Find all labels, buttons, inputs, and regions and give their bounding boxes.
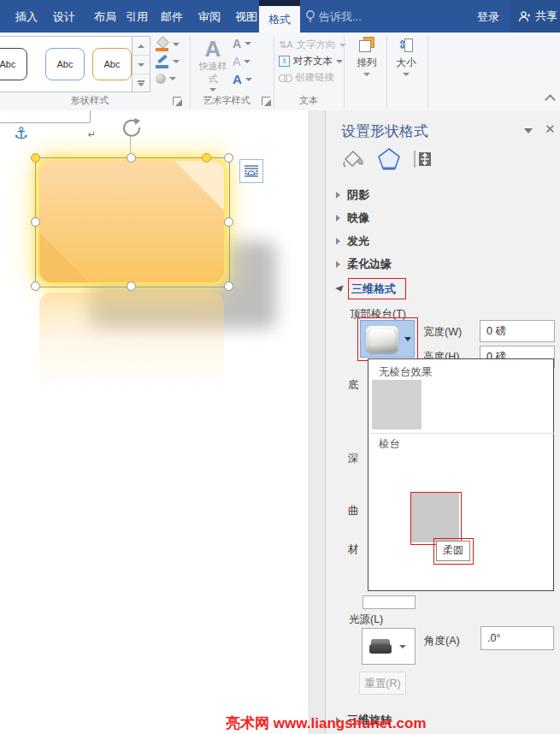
align-text-button[interactable]: ⇕ 对齐文本: [279, 54, 343, 68]
dropdown-arrow-icon: [244, 60, 251, 63]
width-input[interactable]: [480, 320, 555, 342]
text-fill-button[interactable]: A: [233, 34, 252, 52]
adjust-handle[interactable]: [202, 153, 211, 163]
chevron-right-icon: [336, 238, 340, 245]
angle-input[interactable]: [480, 626, 554, 650]
ribbon-tab-bar: 插入 设计 布局 引用 邮件 审阅 视图 格式 告诉我... 登录 共享: [0, 0, 560, 33]
size-button[interactable]: ⇕ 大小: [390, 36, 422, 76]
section-3d-format[interactable]: 三维格式: [336, 280, 396, 299]
bevel-preview-thumb: [366, 326, 398, 352]
resize-handle-bottom[interactable]: [127, 281, 136, 291]
shape-effects-button[interactable]: [156, 70, 186, 87]
chevron-right-icon: [336, 261, 340, 268]
word-window: 插入 设计 布局 引用 邮件 审阅 视图 格式 告诉我... 登录 共享 Abc: [0, 0, 560, 734]
rotate-handle[interactable]: [120, 116, 142, 139]
resize-handle-bottom-right[interactable]: [224, 281, 233, 291]
shape-style-option-3[interactable]: Abc: [92, 48, 132, 80]
gallery-scroll-up[interactable]: [133, 37, 150, 56]
tab-insert[interactable]: 插入: [15, 9, 38, 25]
section-shadow[interactable]: 阴影: [336, 186, 369, 204]
tab-format-active[interactable]: 格式: [259, 6, 300, 33]
paragraph-mark: ↵: [88, 129, 96, 140]
group-divider: [344, 36, 345, 108]
section-label: 发光: [347, 234, 369, 249]
dropdown-arrow-icon: [173, 43, 180, 46]
dropdown-arrow-icon: [169, 77, 176, 80]
share-button[interactable]: 共享: [510, 0, 560, 33]
shape-style-option-1[interactable]: Abc: [0, 48, 27, 80]
shape-styles-dialog-launcher[interactable]: [173, 97, 181, 105]
group-label-shape-styles: 形状样式: [0, 94, 180, 107]
text-outline-button[interactable]: A: [233, 52, 252, 70]
document-canvas[interactable]: ⚓ ↵: [0, 110, 309, 734]
size-label: 大小: [390, 56, 422, 69]
layout-properties-icon[interactable]: [412, 149, 433, 169]
resize-handle-right[interactable]: [224, 217, 233, 227]
create-link-label: 创建链接: [295, 71, 334, 84]
dropdown-arrow-icon: [363, 73, 370, 76]
shape-fill-button[interactable]: [156, 36, 186, 53]
text-direction-button[interactable]: ⇅A 文字方向: [279, 38, 346, 52]
tab-view[interactable]: 视图: [235, 9, 257, 25]
contour-label-partial: 曲: [348, 504, 359, 518]
wordart-dialog-launcher[interactable]: [262, 97, 270, 105]
tab-design[interactable]: 设计: [53, 9, 75, 25]
section-label: 三维格式: [351, 281, 396, 297]
material-picker-partial[interactable]: [363, 595, 416, 609]
share-label: 共享: [535, 9, 557, 24]
lighting-picker[interactable]: [362, 628, 416, 665]
size-icon: ⇕: [398, 36, 415, 53]
text-effects-button[interactable]: A: [233, 70, 252, 88]
dropdown-arrow-icon: [403, 73, 410, 76]
selected-option-highlight: [372, 380, 421, 429]
resize-handle-left[interactable]: [31, 217, 40, 227]
text-direction-icon: ⇅A: [279, 39, 293, 50]
quick-styles-label: 快速样式: [195, 60, 231, 86]
shape-outline-button[interactable]: [156, 53, 186, 70]
top-bevel-picker[interactable]: [360, 320, 415, 358]
shape-reflection: [39, 293, 224, 412]
group-label-wordart: 艺术字样式: [193, 94, 260, 107]
adjust-handle[interactable]: [31, 153, 40, 163]
arrange-button[interactable]: 排列: [349, 36, 385, 76]
sign-in-button[interactable]: 登录: [477, 9, 499, 25]
section-glow[interactable]: 发光: [336, 232, 369, 251]
selection-outline: [35, 157, 230, 287]
tab-references[interactable]: 引用: [126, 9, 148, 25]
tab-mailings[interactable]: 邮件: [161, 9, 183, 25]
pane-menu-arrow[interactable]: [524, 128, 533, 133]
collapse-ribbon-button[interactable]: [545, 94, 556, 105]
tell-me-box[interactable]: 告诉我...: [319, 9, 362, 25]
quick-styles-button[interactable]: A 快速样式: [195, 38, 231, 92]
gallery-more-button[interactable]: [133, 74, 150, 92]
no-bevel-header: 无棱台效果: [379, 365, 433, 380]
vertical-scrollbar[interactable]: [309, 110, 326, 734]
arrange-icon: [358, 36, 375, 53]
group-divider: [386, 36, 387, 108]
fill-line-icon[interactable]: [342, 148, 365, 170]
resize-handle-top[interactable]: [127, 153, 136, 163]
resize-handle-top-right[interactable]: [224, 153, 233, 163]
tab-layout[interactable]: 布局: [94, 9, 116, 25]
wordart-quick-styles-icon: A: [195, 38, 231, 60]
layout-options-button[interactable]: [239, 159, 263, 183]
dropdown-arrow-icon: [209, 88, 216, 92]
shape-style-option-2[interactable]: Abc: [45, 48, 85, 80]
create-link-button[interactable]: 创建链接: [279, 70, 334, 85]
section-soft-edges[interactable]: 柔化边缘: [336, 255, 392, 274]
width-label: 宽度(W): [423, 325, 462, 340]
section-reflection[interactable]: 映像: [336, 209, 369, 228]
resize-handle-bottom-left[interactable]: [31, 281, 40, 291]
tab-review[interactable]: 审阅: [198, 9, 221, 25]
down-arrow-icon: [138, 63, 144, 67]
shape-effects-icon: [156, 74, 166, 84]
gallery-scroll: [132, 36, 150, 92]
dropdown-arrow-icon: [339, 44, 346, 47]
gallery-scroll-down[interactable]: [133, 56, 150, 74]
link-icon: [279, 74, 292, 81]
pane-close-button[interactable]: ✕: [545, 121, 556, 137]
divider: [369, 433, 554, 434]
dropdown-arrow-icon: [245, 42, 251, 45]
effects-icon-selected[interactable]: [377, 146, 401, 172]
reset-button[interactable]: 重置(R): [359, 672, 406, 695]
